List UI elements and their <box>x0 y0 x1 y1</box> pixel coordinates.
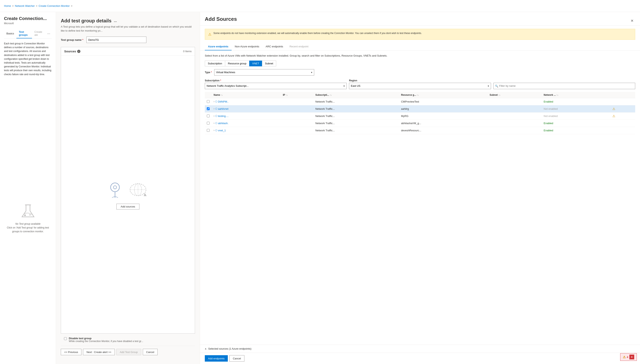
name-dtinpm[interactable]: DtINPM.. <box>218 100 229 103</box>
sidebar-tabs: Basics Test groups Create ale ··· <box>4 29 52 38</box>
sources-header: Sources i 0 Items <box>61 47 195 56</box>
sources-section: Sources i 0 Items <box>61 47 195 334</box>
middle-bottom-bar: << Previous Next : Create alert >> Add T… <box>61 346 195 358</box>
row-checkbox-3[interactable] <box>205 112 212 120</box>
svg-point-1 <box>24 214 26 216</box>
row-subnet-2 <box>488 105 542 112</box>
error-close-button[interactable]: ✕ <box>629 354 634 360</box>
filter-name-group: 🔍 <box>493 79 635 89</box>
name-aahilvnet[interactable]: aahilvnet <box>218 107 228 110</box>
disable-test-group-checkbox[interactable] <box>64 337 67 340</box>
name-abhilash[interactable]: abhilash. <box>218 122 228 125</box>
filter-vnet-btn[interactable]: VNET <box>249 60 262 66</box>
main-container: Create Connection... Microsoft Basics Te… <box>0 12 640 364</box>
tab-non-azure-endpoints[interactable]: Non-Azure endpoints <box>232 43 262 50</box>
right-panel-content: Select from a list of Azure VMs with Net… <box>200 50 640 344</box>
th-subscription[interactable]: Subscripti... ↑↓ <box>313 92 399 98</box>
row-name-2: › ⬡ aahilvnet <box>212 105 281 112</box>
row-ip-4 <box>281 120 313 127</box>
add-sources-button[interactable]: Add sources <box>116 204 139 210</box>
filter-subscription-btn[interactable]: Subscription <box>205 60 225 66</box>
row-rg-2: aahilrg <box>399 105 488 112</box>
row-warn-2: ⚠ <box>610 105 635 112</box>
tab-azure-endpoints[interactable]: Azure endpoints <box>205 43 232 50</box>
breadcrumb-create[interactable]: Create Connection Monitor <box>39 4 70 8</box>
row-subnet-5 <box>488 127 542 134</box>
panel-description: A Test group lets you define a logical g… <box>61 25 195 32</box>
tab-arc-endpoints[interactable]: ARC endpoints <box>262 43 286 50</box>
checkbox-aahilvnet[interactable] <box>207 107 210 110</box>
right-panel-tabs: Azure endpoints Non-Azure endpoints ARC … <box>200 43 640 50</box>
row-checkbox-1[interactable] <box>205 98 212 105</box>
expand-dtinpm[interactable]: › <box>214 100 214 103</box>
row-warn-3: ⚠ <box>610 112 635 120</box>
error-badge: ⚠ 4 ✕ <box>620 353 637 361</box>
expand-abhilash[interactable]: › <box>214 122 214 124</box>
row-ip-2 <box>281 105 313 112</box>
subscription-select-wrapper: Network Traffic Analytics Subscript... ▼ <box>205 83 347 89</box>
sidebar-title: Create Connection... <box>4 16 52 21</box>
sources-empty-state: Add sources <box>61 56 195 334</box>
breadcrumb-home[interactable]: Home <box>4 4 11 8</box>
type-row: Type * Virtual Machines ▼ <box>205 69 635 76</box>
cancel-button-right[interactable]: Cancel <box>229 355 244 362</box>
required-indicator: * <box>82 38 83 42</box>
table-row: › ⬡ vnet_1 Network Traffic... deveshReso… <box>205 127 635 134</box>
resource-name-testing: › ⬡ testing.... <box>214 114 279 118</box>
checkbox-testing[interactable] <box>207 114 210 117</box>
th-network[interactable]: Network ... ↑↓ <box>542 92 610 98</box>
checkbox-vnet1[interactable] <box>207 129 210 132</box>
subscription-select[interactable]: Network Traffic Analytics Subscript... <box>205 83 347 89</box>
filter-subnet-btn[interactable]: Subnet <box>262 60 276 66</box>
filter-name-input[interactable] <box>493 83 635 89</box>
row-checkbox-4[interactable] <box>205 120 212 127</box>
tab-basics[interactable]: Basics <box>4 30 17 37</box>
row-ip-1 <box>281 98 313 105</box>
right-panel-bottom: Add endpoints Cancel <box>200 352 640 364</box>
th-ip[interactable]: IP ↑↓ <box>281 92 313 98</box>
top-bar: Home > Network Watcher > Create Connecti… <box>0 0 640 12</box>
svg-point-4 <box>113 186 117 189</box>
close-panel-button[interactable]: ✕ <box>629 18 635 24</box>
previous-button[interactable]: << Previous <box>61 349 81 355</box>
filter-name-label <box>493 79 635 82</box>
row-network-4: Enabled <box>542 120 610 127</box>
th-name[interactable]: Name ↑↓ <box>212 92 281 98</box>
test-group-name-input[interactable] <box>86 36 146 43</box>
sidebar-subtitle: Microsoft <box>4 22 52 25</box>
selected-sources-chevron[interactable]: ∧ <box>205 348 207 350</box>
location-pin-icon <box>108 180 124 200</box>
sidebar-more-icon[interactable]: ··· <box>46 31 52 36</box>
next-create-alert-button[interactable]: Next : Create alert >> <box>83 349 115 355</box>
sources-count: 0 Items <box>183 50 192 53</box>
breadcrumb-network-watcher[interactable]: Network Watcher <box>15 4 35 8</box>
add-test-group-button[interactable]: Add Test Group <box>116 349 141 355</box>
cancel-button-middle[interactable]: Cancel <box>143 349 158 355</box>
type-select[interactable]: Virtual Machines <box>214 69 314 76</box>
add-endpoints-button[interactable]: Add endpoints <box>205 355 228 362</box>
row-ip-3 <box>281 112 313 120</box>
th-checkbox <box>205 92 212 98</box>
expand-testing[interactable]: › <box>214 114 214 117</box>
checkbox-abhilash[interactable] <box>207 122 210 124</box>
row-checkbox-2[interactable] <box>205 105 212 112</box>
name-vnet1[interactable]: vnet_1 <box>218 129 226 132</box>
name-testing[interactable]: testing.... <box>218 114 229 118</box>
table-row: › ⬡ aahilvnet Network Traffic... aahilrg… <box>205 105 635 112</box>
filter-resource-group-btn[interactable]: Resource group <box>225 60 249 66</box>
resource-name-vnet1: › ⬡ vnet_1 <box>214 129 279 132</box>
row-checkbox-5[interactable] <box>205 127 212 134</box>
th-resource-group[interactable]: Resource g... ↑↓ <box>399 92 488 98</box>
expand-vnet1[interactable]: › <box>214 129 214 132</box>
row-subnet-1 <box>488 98 542 105</box>
panel-more-icon[interactable]: ... <box>114 19 117 23</box>
row-sub-1: Network Traffic... <box>313 98 399 105</box>
region-select[interactable]: East US <box>349 83 491 89</box>
th-subnet[interactable]: Subnet ↑↓ <box>488 92 542 98</box>
tab-test-groups[interactable]: Test groups <box>17 29 32 38</box>
expand-aahilvnet[interactable]: › <box>214 107 214 110</box>
row-rg-3: MyRG <box>399 112 488 120</box>
row-subnet-3 <box>488 112 542 120</box>
row-network-3: Not enabled <box>542 112 610 120</box>
checkbox-dtinpm[interactable] <box>207 100 210 103</box>
